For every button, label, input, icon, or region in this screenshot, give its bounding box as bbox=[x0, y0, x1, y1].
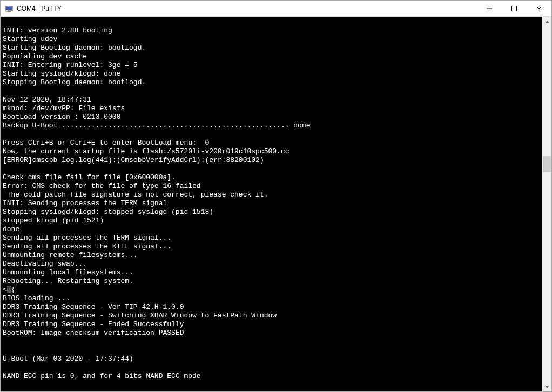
minimize-button[interactable] bbox=[477, 1, 502, 17]
svg-rect-5 bbox=[512, 6, 517, 11]
scroll-up-button[interactable] bbox=[542, 17, 551, 26]
content-area: INIT: version 2.88 booting Starting udev… bbox=[1, 17, 551, 391]
svg-rect-3 bbox=[5, 10, 8, 11]
scroll-down-button[interactable] bbox=[542, 382, 551, 391]
putty-window: COM4 - PuTTY INIT: version 2.88 booting … bbox=[0, 0, 552, 392]
putty-icon bbox=[5, 4, 14, 13]
svg-marker-9 bbox=[546, 386, 549, 388]
title-left: COM4 - PuTTY bbox=[1, 4, 62, 13]
window-title: COM4 - PuTTY bbox=[17, 5, 62, 12]
svg-rect-1 bbox=[6, 7, 12, 10]
terminal-output[interactable]: INIT: version 2.88 booting Starting udev… bbox=[1, 17, 542, 391]
svg-marker-8 bbox=[546, 21, 549, 23]
close-button[interactable] bbox=[527, 1, 551, 17]
scroll-thumb[interactable] bbox=[543, 156, 551, 172]
window-controls bbox=[477, 1, 551, 17]
maximize-button[interactable] bbox=[502, 1, 527, 17]
scrollbar-track[interactable] bbox=[542, 17, 551, 391]
titlebar[interactable]: COM4 - PuTTY bbox=[1, 1, 551, 17]
